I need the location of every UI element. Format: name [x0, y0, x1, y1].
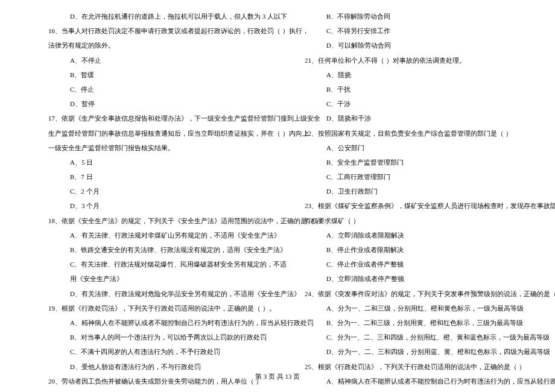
left-column: D、在允许拖拉机通行的道路上，拖拉机可以用于载人，但人数为 3 人以下 16、当… — [48, 9, 293, 392]
q19-option-a: A、精神病人在不能辨认或者不能控制自己行为时有违法行为的，应当从轻行政处罚 — [48, 315, 293, 330]
q24-option-a: A、分为一、二和三级，分别用红、橙和黄色标示，一级为最高等级 — [305, 301, 549, 315]
q15-option-d: D、在允许拖拉机通行的道路上，拖拉机可以用于载人，但人数为 3 人以下 — [48, 9, 293, 24]
q21-option-d: D、阻挠和干涉 — [305, 111, 549, 125]
q23-cont: 有权要求煤矿（ ） — [305, 213, 549, 228]
q20-option-d: D、可以解除劳动合同 — [305, 38, 549, 52]
q24-option-d: D、分为一、二、三和四级，分别用蓝、黄、橙和红色标示，四级为最高等级 — [305, 344, 549, 359]
q21-option-c: C、干涉 — [305, 96, 549, 111]
q17-cont1: 生产监督经管部门的事故信息举报核查通知后，应当立即组织查证核实，并在（ ）内向上 — [48, 126, 293, 141]
q24-option-c: C、分为一、二、三和四级，分别用红、橙、黄和蓝色标示，一级为最高等级 — [305, 330, 549, 344]
q16-cont: 法律另有规定的除外。 — [48, 38, 293, 52]
q18-option-d: D、有关法律、行政法规对危险化学品安全另有规定的，不适用《安全生产法》 — [48, 286, 293, 301]
q17-option-a: A、5 日 — [48, 155, 293, 169]
q23-option-d: D、立即消除或者停产整顿 — [305, 271, 549, 286]
q16-option-c: C、停止 — [48, 82, 293, 96]
q17-option-c: C、2 个月 — [48, 184, 293, 198]
q19-option-b: B、对当事人的同一个违法行为，可以给予两次以上罚款的行政处罚 — [48, 330, 293, 344]
q24: 24、依据《突发事件应对法》的规定，下列关于突发事件预警级别的说法，正确的是（ … — [305, 286, 549, 301]
q21: 21、任何单位和个人不得（ ）对事故的依法调查处理。 — [305, 53, 549, 68]
exam-page: D、在允许拖拉机通行的道路上，拖拉机可以用于载人，但人数为 3 人以下 16、当… — [0, 0, 555, 392]
q16: 16、当事人对行政处罚决定不服申请行政复议或者提起行政诉讼的，行政处罚（ ）执行… — [48, 24, 293, 38]
q23-option-b: B、停止作业或者限期解决 — [305, 242, 549, 257]
q18-option-b: B、铁路交通安全的有关法律、行政法规没有规定的，适用《安全生产法》 — [48, 242, 293, 257]
q19: 19、根据《行政处罚法》，下列关于行政处罚适用的说法中，正确的是（ ）。 — [48, 301, 293, 315]
q20-option-c: C、不得另行安排工作 — [305, 24, 549, 38]
q19-option-c: C、不满十四周岁的人有违法行为的，不予行政处罚 — [48, 344, 293, 359]
q17-option-b: B、7 日 — [48, 169, 293, 184]
q22-option-d: D、卫生行政部门 — [305, 184, 549, 198]
q18-option-c: C、有关法律、行政法规对烟花爆竹、民用爆破器材安全另有规定的，不适用《安全生产法… — [48, 257, 293, 286]
page-footer: 第 3 页 共 13 页 — [0, 372, 555, 381]
q16-option-a: A、不停止 — [48, 53, 293, 68]
q18-option-a: A、有关法律、行政法规对非煤矿山另有规定的，不适用《安全生产法》 — [48, 228, 293, 242]
q16-option-d: D、暂停 — [48, 96, 293, 111]
q16-option-b: B、暂缓 — [48, 68, 293, 82]
q18: 18、依据《安全生产法》的规定，下列关于《安全生产法》适用范围的说法中，正确的是… — [48, 213, 293, 228]
q22-option-c: C、工商行政管理部门 — [305, 169, 549, 184]
q17-cont2: 一级安全生产监督经管部门报告核实结果。 — [48, 141, 293, 155]
q20-option-b: B、不得解除劳动合同 — [305, 9, 549, 24]
right-column: B、不得解除劳动合同 C、不得另行安排工作 D、可以解除劳动合同 21、任何单位… — [305, 9, 549, 392]
q24-option-b: B、分为一、二和三级，分别用黄、橙和红色标示，三级为最高等级 — [305, 315, 549, 330]
q22-option-a: A、公安部门 — [305, 141, 549, 155]
q23-option-a: A、立即消除或者限期解决 — [305, 228, 549, 242]
q22: 22、按照国家有关规定，目前负责安全生产综合监督管理的部门是（ ） — [305, 126, 549, 141]
q20-option-a: A、不得停止其工作 — [48, 388, 293, 392]
q17: 17、依据《生产安全事故信息报告和处理办法》，下一级安全生产监督经管部门接到上级… — [48, 111, 293, 125]
q21-option-b: B、干扰 — [305, 82, 549, 96]
q23-option-c: C、停止作业或者停产整顿 — [305, 257, 549, 271]
q21-option-a: A、阻挠 — [305, 68, 549, 82]
q22-option-b: B、安全生产监督管理部门 — [305, 155, 549, 169]
q17-option-d: D、3 个月 — [48, 198, 293, 213]
q23: 23、根据《煤矿安全监察条例》，煤矿安全监察人员进行现场检查时，发现存在事故隐患… — [305, 198, 549, 213]
